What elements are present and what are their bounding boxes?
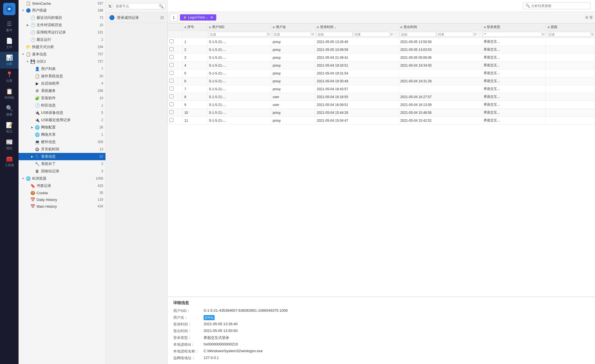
sort-tag-close-button[interactable]: ✕: [210, 15, 213, 20]
tree-item-sys-service[interactable]: ⚙系统服务336: [19, 87, 105, 94]
table-row[interactable]: 6S-1-5-21-...poiuy2021-05-04 19:30:49202…: [168, 77, 595, 85]
detail-row-2: 登录时间：2021-05-05 13:26:40: [173, 322, 589, 327]
sort-tag[interactable]: ⚡ LogonTime ↓ ✕: [180, 14, 216, 21]
table-row[interactable]: 3S-1-5-21-...poiuy2021-05-04 21:49:41202…: [168, 54, 595, 62]
filter-logintype-icon[interactable]: ▽: [542, 33, 544, 36]
tree-item-logon-info[interactable]: ▶🔵登录信息22: [19, 153, 105, 160]
list-item-logon[interactable]: 🔵 登录成功记录 22: [106, 13, 167, 23]
tree-item-net-config[interactable]: ▶🌐网络配置26: [19, 124, 105, 131]
filter-logintime-icon[interactable]: ▽: [390, 33, 393, 36]
row-checkbox-7[interactable]: [170, 94, 173, 98]
th-seq[interactable]: ≡序号: [182, 24, 207, 31]
th-user-sid[interactable]: ≡用户SID: [207, 24, 271, 31]
tree-item-main-history[interactable]: 📅Main History434: [19, 203, 105, 210]
tree-item-installed-sw[interactable]: 🧩安装软件10: [19, 94, 105, 102]
tree-item-user-list[interactable]: 👤用户列表7: [19, 65, 105, 73]
cell-checkbox-3: [168, 62, 182, 69]
cell-logouttime-6: [398, 85, 482, 93]
sort-button[interactable]: ⇅: [108, 2, 112, 10]
row-checkbox-1[interactable]: [170, 47, 173, 51]
table-row[interactable]: 2S-1-5-21-...poiuy2021-05-05 10:09:59202…: [168, 46, 595, 54]
filter-name-icon[interactable]: ▽: [312, 33, 314, 36]
th-reason[interactable]: ≡原因: [546, 24, 595, 31]
tree-label-main-history: Main History: [37, 204, 95, 209]
tree-item-usb-info[interactable]: 🔌USB设备信息5: [19, 109, 105, 116]
filter-logouttime-icon[interactable]: ▽: [474, 33, 476, 36]
th-user-name[interactable]: ≡用户名: [271, 24, 315, 31]
detail-val-2: 2021-05-05 13:26:40: [204, 322, 238, 327]
tree-item-usb-recent[interactable]: 🔌USB最近使用记录2: [19, 116, 105, 124]
filter-logouttime-end[interactable]: [437, 32, 473, 37]
filter-sid-input[interactable]: [208, 32, 267, 37]
tree-item-timezone[interactable]: 🕐时区信息1: [19, 102, 105, 109]
filter-name-input[interactable]: [272, 32, 311, 37]
sidebar-item-location[interactable]: 📍 位置: [0, 69, 19, 85]
view-mode-button[interactable]: 1: [170, 13, 178, 21]
filter-logintime-end[interactable]: [353, 32, 390, 37]
sidebar-item-report[interactable]: 📰 报告: [0, 136, 19, 153]
tree-item-ie-browser[interactable]: ▼🌐IE浏览器1056: [19, 175, 105, 182]
tree-item-boot-time[interactable]: ⏻开关机时间13: [19, 146, 105, 153]
detail-key-1: 用户名：: [173, 315, 201, 320]
tree-item-quick-analysis[interactable]: 📁快捷方式分析194: [19, 43, 105, 51]
sidebar-item-tools[interactable]: 🧰 工具箱: [0, 153, 19, 170]
table-row[interactable]: 10S-1-5-21-...poiuy2021-05-04 15:44:2620…: [168, 109, 595, 117]
table-row[interactable]: 7S-1-5-21-...poiuy2021-05-04 18:43:57界面交…: [168, 85, 595, 93]
filter-logintype-input[interactable]: [483, 32, 542, 37]
row-checkbox-2[interactable]: [170, 55, 173, 59]
row-checkbox-6[interactable]: [170, 87, 173, 91]
filter-logouttime-start[interactable]: [400, 32, 436, 37]
th-logout-time[interactable]: ≡登出时间: [398, 24, 482, 31]
tree-item-partition2[interactable]: ▼💾分区2757: [19, 58, 105, 65]
tree-item-autostart[interactable]: ▶自启动程序4: [19, 80, 105, 87]
row-checkbox-4[interactable]: [170, 71, 173, 75]
filter-sid-icon[interactable]: ▽: [267, 33, 270, 36]
th-login-type[interactable]: ≡登录类型: [482, 24, 546, 31]
filter-reason-input[interactable]: [547, 32, 591, 37]
tree-item-file-dialog[interactable]: ▶🕐文件对话框历史10: [19, 21, 105, 29]
search-icon: 🔍: [6, 105, 13, 112]
sidebar-item-timeline[interactable]: 📋 时间线: [0, 85, 19, 102]
analysis-search-input[interactable]: [531, 4, 588, 8]
table-row[interactable]: 11S-1-5-21-...poiuy2021-05-04 15:04:4720…: [168, 117, 595, 125]
tree-item-cookie[interactable]: 🍪Cookie35: [19, 189, 105, 196]
tree-count-main-history: 434: [95, 204, 103, 208]
filter-logintime-start[interactable]: [316, 32, 353, 37]
table-row[interactable]: 5S-1-5-21-...poiuy2021-05-04 19:31:54界面交…: [168, 69, 595, 77]
table-row[interactable]: 1S-1-5-21-...poiuy2021-05-05 13:26:40202…: [168, 38, 595, 46]
tree-item-user-trace[interactable]: ▼🔵用户痕迹186: [19, 7, 105, 14]
table-row[interactable]: 8S-1-5-21-...user2021-05-04 16:18:552021…: [168, 93, 595, 101]
table-row[interactable]: 4S-1-5-21-...poiuy2021-05-04 19:33:51202…: [168, 62, 595, 69]
detail-val-4: 界面交互式登录: [204, 335, 229, 340]
tree-item-recent-items[interactable]: 🕐最近访问的项目73: [19, 14, 105, 21]
table-row[interactable]: 9S-1-5-21-...user2021-05-04 16:09:512021…: [168, 101, 595, 109]
sidebar-item-files[interactable]: 📄 文件: [0, 35, 19, 52]
tree-item-basic-info[interactable]: ▼📋基本信息757: [19, 51, 105, 58]
row-checkbox-5[interactable]: [170, 79, 173, 83]
row-checkbox-8[interactable]: [170, 102, 173, 106]
tree-item-sys-patch[interactable]: 🔧系统补丁2: [19, 160, 105, 168]
tree-item-recycle[interactable]: 🗑回收站记录3: [19, 168, 105, 175]
filter-reason-icon[interactable]: ▽: [591, 33, 594, 36]
tree-item-app-run[interactable]: 🕐应用程序运行记录101: [19, 29, 105, 36]
tree-item-shimcache[interactable]: 📋ShimCache337: [19, 0, 105, 7]
sidebar-item-search[interactable]: 🔍 搜索: [0, 102, 19, 119]
tree-item-hw-info[interactable]: 💻硬件信息305: [19, 138, 105, 146]
cell-logintime-0: 2021-05-05 13:26:40: [315, 38, 398, 46]
sidebar-item-cases[interactable]: ☰ 案件: [0, 18, 19, 35]
sidebar-item-analysis[interactable]: 📊 分析: [0, 52, 19, 69]
tree-item-recent-run[interactable]: 🕐最近运行2: [19, 36, 105, 43]
tree-item-net-share[interactable]: 🌐网络共享1: [19, 131, 105, 138]
cell-logintype-7: 界面交互...: [482, 93, 546, 101]
tree-item-os-info[interactable]: 📋操作系统信息20: [19, 73, 105, 80]
row-checkbox-3[interactable]: [170, 63, 173, 67]
tree-item-bookmark[interactable]: 🔖书签记录420: [19, 182, 105, 189]
row-checkbox-10[interactable]: [170, 118, 173, 122]
tree-item-daily-history[interactable]: 📅Daily History119: [19, 196, 105, 203]
row-checkbox-9[interactable]: [170, 110, 173, 114]
th-login-time[interactable]: ≡登录时间↓: [315, 24, 398, 31]
app-logo[interactable]: [3, 3, 15, 15]
node-search-input[interactable]: [116, 4, 158, 8]
row-checkbox-0[interactable]: [170, 39, 173, 43]
sidebar-item-notes[interactable]: 📝 笔记: [0, 119, 19, 136]
